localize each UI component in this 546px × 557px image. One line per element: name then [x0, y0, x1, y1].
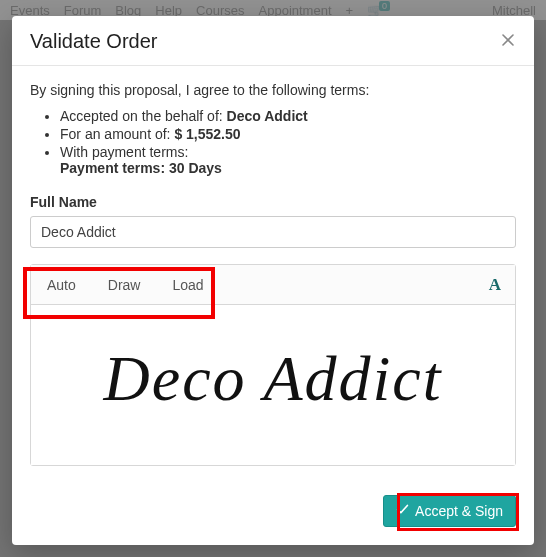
font-style-button[interactable]: A: [475, 275, 515, 295]
close-button[interactable]: [500, 32, 516, 51]
term-payment-prefix: With payment terms:: [60, 144, 188, 160]
term-payment: With payment terms: Payment terms: 30 Da…: [60, 144, 516, 176]
modal-header: Validate Order: [12, 16, 534, 66]
signature-panel: Auto Draw Load A Deco Addict: [30, 264, 516, 466]
validate-order-modal: Validate Order By signing this proposal,…: [12, 16, 534, 545]
terms-list: Accepted on the behalf of: Deco Addict F…: [30, 108, 516, 176]
term-amount-prefix: For an amount of:: [60, 126, 174, 142]
modal-body: By signing this proposal, I agree to the…: [12, 66, 534, 481]
full-name-input[interactable]: [30, 216, 516, 248]
term-accepted-prefix: Accepted on the behalf of:: [60, 108, 227, 124]
term-amount: For an amount of: $ 1,552.50: [60, 126, 516, 142]
close-icon: [500, 32, 516, 52]
signature-preview: Deco Addict: [104, 347, 443, 411]
intro-text: By signing this proposal, I agree to the…: [30, 82, 516, 98]
term-accepted-name: Deco Addict: [227, 108, 308, 124]
accept-sign-label: Accept & Sign: [415, 503, 503, 519]
full-name-label: Full Name: [30, 194, 516, 210]
accept-sign-button[interactable]: Accept & Sign: [383, 495, 516, 527]
signature-canvas[interactable]: Deco Addict: [31, 305, 515, 465]
tab-draw[interactable]: Draw: [92, 268, 157, 302]
term-accepted: Accepted on the behalf of: Deco Addict: [60, 108, 516, 124]
check-icon: [396, 503, 409, 519]
tab-auto[interactable]: Auto: [31, 268, 92, 302]
modal-footer: Accept & Sign: [12, 481, 534, 545]
term-payment-value: Payment terms: 30 Days: [60, 160, 222, 176]
tab-load[interactable]: Load: [156, 268, 219, 302]
modal-title: Validate Order: [30, 30, 157, 53]
signature-mode-tabs: Auto Draw Load A: [31, 265, 515, 305]
term-amount-value: $ 1,552.50: [174, 126, 240, 142]
